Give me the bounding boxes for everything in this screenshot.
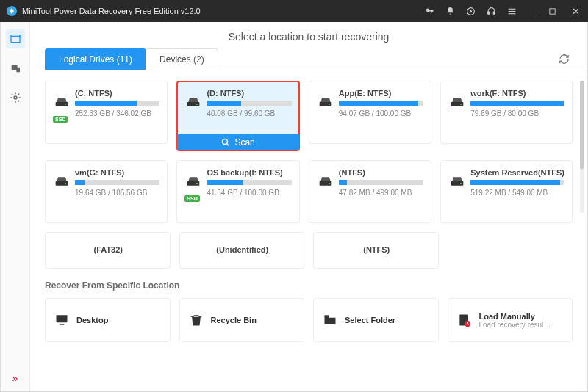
location-load-manually[interactable]: Load Manually Load recovery result (*... <box>448 298 573 342</box>
location-sublabel: Load recovery result (*... <box>479 321 553 329</box>
menu-icon[interactable] <box>507 7 520 16</box>
bell-icon[interactable] <box>445 7 459 16</box>
drive-size: 47.82 MB / 499.00 MB <box>339 189 423 197</box>
location-label: Recycle Bin <box>211 316 257 324</box>
svg-point-17 <box>197 104 198 105</box>
usage-bar <box>470 180 564 185</box>
ssd-badge: SSD <box>184 190 199 203</box>
drive-card[interactable]: (D: NTFS) 40.08 GB / 99.60 GB Scan <box>176 81 299 151</box>
drive-icon <box>186 96 201 108</box>
page-heading: Select a location to start recovering <box>30 22 587 48</box>
svg-rect-31 <box>57 315 68 322</box>
svg-point-15 <box>65 104 66 105</box>
headset-icon[interactable] <box>487 7 500 16</box>
svg-rect-7 <box>509 13 516 14</box>
drive-card[interactable]: App(E: NTFS) 94.07 GB / 100.00 GB <box>309 81 431 144</box>
folder-icon <box>323 313 337 327</box>
drive-card[interactable]: vm(G: NTFS) 19.64 GB / 185.56 GB <box>45 160 168 223</box>
drive-list-scroll: (C: NTFS) 252.33 GB / 346.02 GB SSD (D: … <box>30 70 587 391</box>
ssd-badge: SSD <box>53 111 68 124</box>
svg-point-20 <box>329 104 330 105</box>
usage-bar <box>339 101 423 106</box>
usage-bar <box>207 101 291 106</box>
sidebar-item-devices[interactable] <box>6 59 25 78</box>
location-label: Load Manually <box>479 312 553 321</box>
svg-point-26 <box>197 183 198 184</box>
scrollbar[interactable] <box>580 81 584 213</box>
svg-rect-23 <box>56 181 68 186</box>
drive-name: (NTFS) <box>363 245 390 254</box>
location-recycle-bin[interactable]: Recycle Bin <box>179 298 305 342</box>
svg-rect-10 <box>11 35 20 37</box>
svg-point-30 <box>460 183 462 184</box>
svg-rect-9 <box>11 37 20 43</box>
drive-size: 19.64 GB / 185.56 GB <box>75 189 159 197</box>
svg-point-18 <box>223 139 228 145</box>
drive-name: OS backup(I: NTFS) <box>207 168 291 177</box>
refresh-icon[interactable] <box>559 54 573 65</box>
drive-name: (NTFS) <box>339 168 423 177</box>
drive-size: 41.54 GB / 100.00 GB <box>207 189 291 197</box>
sidebar: » <box>1 22 30 391</box>
sidebar-item-settings[interactable] <box>6 88 25 107</box>
drive-name: System Reserved(NTFS) <box>470 168 564 177</box>
svg-rect-25 <box>187 181 200 186</box>
drive-icon <box>54 175 69 187</box>
maximize-button[interactable] <box>548 7 562 15</box>
locations-title: Recover From Specific Location <box>45 280 573 291</box>
svg-rect-4 <box>493 12 495 14</box>
drive-icon <box>186 175 201 187</box>
location-label: Desktop <box>76 316 108 324</box>
drive-card[interactable]: work(F: NTFS) 79.69 GB / 80.00 GB <box>440 81 573 144</box>
usage-bar <box>470 101 564 106</box>
location-select-folder[interactable]: Select Folder <box>313 298 439 342</box>
tab-logical-drives[interactable]: Logical Drives (11) <box>45 48 146 70</box>
sidebar-item-recovery[interactable] <box>6 29 25 48</box>
app-title: MiniTool Power Data Recovery Free Editio… <box>22 7 425 15</box>
svg-rect-5 <box>509 8 516 9</box>
file-load-icon <box>457 313 472 327</box>
close-button[interactable]: ✕ <box>569 6 582 17</box>
drive-card[interactable]: (C: NTFS) 252.33 GB / 346.02 GB SSD <box>45 81 168 144</box>
drive-card[interactable]: (NTFS) <box>313 232 439 269</box>
drive-icon <box>450 175 465 187</box>
usage-bar <box>75 180 159 185</box>
locations-grid: Desktop Recycle Bin Select Folder Load M… <box>45 298 573 342</box>
drive-card[interactable]: (FAT32) <box>45 232 171 269</box>
svg-point-28 <box>329 183 330 184</box>
svg-point-2 <box>470 10 471 12</box>
drive-icon <box>54 96 69 108</box>
trash-icon <box>189 313 204 327</box>
disc-icon[interactable] <box>466 7 479 16</box>
usage-bar <box>339 180 423 185</box>
minimize-button[interactable]: — <box>528 6 541 17</box>
svg-rect-16 <box>187 102 200 106</box>
desktop-icon <box>54 313 69 327</box>
drive-icon <box>318 175 333 187</box>
usage-bar <box>207 180 291 185</box>
drive-card[interactable]: OS backup(I: NTFS) 41.54 GB / 100.00 GB … <box>176 160 299 223</box>
drive-size: 79.69 GB / 80.00 GB <box>470 109 564 117</box>
drive-size: 252.33 GB / 346.02 GB <box>75 109 159 117</box>
location-desktop[interactable]: Desktop <box>45 298 171 342</box>
drive-name: (Unidentified) <box>216 245 268 254</box>
usage-bar <box>75 101 159 106</box>
svg-point-13 <box>14 96 17 99</box>
sidebar-expand-icon[interactable]: » <box>12 372 18 384</box>
register-key-icon[interactable] <box>425 6 438 16</box>
location-label: Select Folder <box>345 316 395 324</box>
svg-rect-8 <box>550 8 555 13</box>
drive-card[interactable]: (Unidentified) <box>179 232 305 269</box>
drive-card[interactable]: System Reserved(NTFS) 519.22 MB / 549.00… <box>440 160 573 223</box>
scan-button[interactable]: Scan <box>177 134 298 150</box>
drive-icon <box>450 96 465 108</box>
drive-size: 94.07 GB / 100.00 GB <box>339 109 423 117</box>
drive-icon <box>318 96 333 108</box>
tab-devices[interactable]: Devices (2) <box>146 48 218 70</box>
svg-point-24 <box>65 183 66 184</box>
drive-name: vm(G: NTFS) <box>75 168 159 177</box>
svg-rect-32 <box>60 324 65 325</box>
drive-card[interactable]: (NTFS) 47.82 MB / 499.00 MB <box>309 160 431 223</box>
svg-rect-14 <box>56 102 68 106</box>
drive-grid-extra: (FAT32)(Unidentified)(NTFS) <box>45 232 573 269</box>
